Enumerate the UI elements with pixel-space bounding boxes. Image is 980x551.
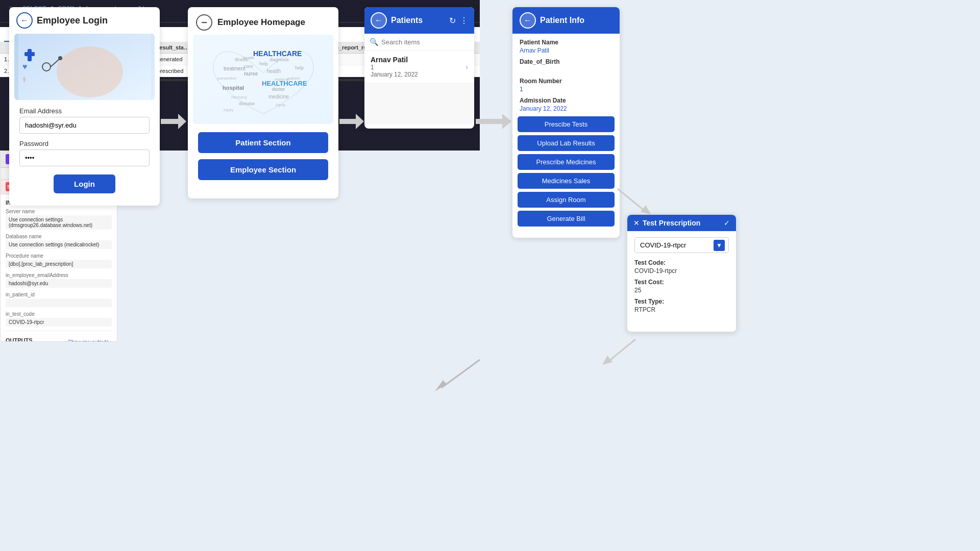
arrow-3 — [475, 111, 513, 132]
menu-dots-icon[interactable]: ⋮ — [460, 16, 468, 26]
patient-date: January 12, 2022 — [371, 71, 418, 78]
patient-list-item[interactable]: Arnav Patil 1 January 12, 2022 › — [364, 51, 474, 84]
server-label: Server name — [6, 209, 112, 214]
svg-marker-39 — [602, 356, 612, 365]
admission-value: January 12, 2022 — [520, 105, 612, 112]
patients-header: ← Patients ↻ ⋮ — [364, 7, 474, 34]
procedure-value: [dbo].[proc_lab_prescription] — [6, 260, 112, 268]
arrow-diagonal-2 — [600, 334, 641, 370]
room-label: Room Number — [520, 78, 612, 85]
prescribe-medicines-button[interactable]: Prescribe Medicines — [518, 154, 615, 170]
show-results-link[interactable]: Show raw outputs › — [68, 339, 112, 342]
svg-marker-41 — [435, 380, 447, 391]
svg-text:doctor: doctor — [272, 87, 285, 92]
search-icon: 🔍 — [370, 38, 378, 46]
database-label: Database name — [6, 234, 112, 239]
back-button[interactable]: ← — [16, 12, 33, 29]
test-type-value: RTPCR — [634, 306, 729, 313]
server-value: Use connection settings (dmsgroup26.data… — [6, 215, 112, 230]
svg-line-40 — [442, 360, 480, 388]
svg-text:diagnosis: diagnosis — [270, 57, 289, 62]
dob-label: Date_of_Birth — [520, 58, 612, 65]
svg-text:medical: medical — [275, 77, 289, 82]
room-value: 1 — [520, 86, 612, 93]
svg-line-38 — [607, 339, 635, 362]
search-bar: 🔍 — [364, 34, 474, 51]
homepage-title: Employee Homepage — [217, 17, 305, 28]
svg-marker-35 — [502, 114, 511, 129]
svg-text:treatment: treatment — [224, 66, 245, 71]
word-cloud-image: illness treatment prevention health hosp… — [193, 35, 333, 124]
svg-rect-34 — [476, 119, 503, 124]
close-icon[interactable]: ✕ — [633, 219, 640, 227]
menu-icon[interactable]: − — [196, 14, 212, 31]
test-select[interactable]: COVID-19-rtpcr — [634, 237, 729, 253]
svg-text:care: care — [244, 64, 253, 69]
login-hero-image: ♥ ⚕ — [14, 34, 155, 100]
arrow-diagonal-3 — [429, 349, 485, 395]
login-title: Employee Login — [37, 15, 108, 26]
patient-name: Arnav Patil — [371, 56, 418, 64]
name-value: Arnav Patil — [520, 47, 612, 54]
generate-bill-button[interactable]: Generate Bill — [518, 211, 615, 227]
svg-rect-3 — [24, 52, 35, 56]
svg-text:patient: patient — [287, 76, 300, 81]
test-cost-value: 25 — [634, 287, 729, 294]
svg-text:recovery: recovery — [231, 95, 247, 99]
test-code-value: COVID-19-rtpcr — [634, 267, 729, 274]
svg-text:nurse: nurse — [244, 71, 258, 77]
patient-value — [6, 298, 112, 307]
email-label: Email Address — [19, 107, 150, 115]
svg-text:prevention: prevention — [217, 76, 236, 81]
password-input[interactable] — [19, 149, 150, 166]
patientinfo-back-button[interactable]: ← — [520, 12, 536, 29]
testcode-label: in_test_code — [6, 311, 112, 317]
svg-text:injury: injury — [276, 103, 285, 107]
patient-label: in_patient_id — [6, 292, 112, 297]
medicines-sales-button[interactable]: Medicines Sales — [518, 173, 615, 189]
refresh-icon[interactable]: ↻ — [449, 16, 456, 26]
testprescription-title: Test Prescription — [643, 219, 700, 227]
svg-text:hospital: hospital — [223, 85, 244, 91]
checkmark-icon[interactable]: ✓ — [724, 219, 730, 227]
svg-text:HEALTHCARE: HEALTHCARE — [253, 49, 302, 58]
password-label: Password — [19, 140, 150, 147]
patients-title: Patients — [391, 16, 423, 25]
outputs-label: OUTPUTS — [6, 337, 33, 342]
svg-line-36 — [618, 189, 646, 212]
svg-text:medicine: medicine — [268, 94, 289, 99]
email-input[interactable] — [19, 117, 150, 134]
upload-lab-button[interactable]: Upload Lab Results — [518, 135, 615, 151]
patient-section-button[interactable]: Patient Section — [198, 132, 328, 153]
employee-section-button[interactable]: Employee Section — [198, 159, 328, 180]
testprescription-panel: ✕ Test Prescription ✓ COVID-19-rtpcr ▼ T… — [627, 214, 737, 332]
search-input[interactable] — [381, 38, 469, 46]
svg-text:disease: disease — [239, 101, 255, 106]
homepage-panel: − Employee Homepage illness treatment pr… — [188, 7, 338, 198]
svg-text:injury: injury — [224, 108, 233, 112]
patients-back-button[interactable]: ← — [371, 12, 387, 29]
patient-id: 1 — [371, 64, 418, 71]
svg-text:health: health — [267, 68, 281, 74]
testcode-value: COVID-19-rtpcr — [6, 318, 112, 327]
svg-text:⚕: ⚕ — [22, 76, 27, 84]
admission-label: Admission Date — [520, 97, 612, 104]
svg-text:help: help — [259, 61, 268, 66]
assign-room-button[interactable]: Assign Room — [518, 192, 615, 208]
patientinfo-panel: ← Patient Info Patient Name Arnav Patil … — [512, 7, 620, 238]
svg-marker-37 — [641, 205, 651, 214]
test-cost-label: Test Cost: — [634, 279, 729, 286]
patientinfo-title: Patient Info — [540, 16, 584, 25]
dob-value — [520, 66, 612, 73]
prescribe-tests-button[interactable]: Prescibe Tests — [518, 116, 615, 132]
patients-panel: ← Patients ↻ ⋮ 🔍 Arnav Patil 1 January 1… — [364, 7, 474, 129]
procedure-label: Procedure name — [6, 253, 112, 259]
database-value: Use connection settings (medicalrocket) — [6, 240, 112, 249]
employee-label: in_employee_emailAddress — [6, 272, 112, 278]
login-button[interactable]: Login — [54, 174, 115, 193]
svg-text:health: health — [243, 56, 254, 60]
powerapps-body: INPUTS Server name Use connection settin… — [1, 194, 117, 342]
svg-point-1 — [57, 46, 123, 97]
svg-text:♥: ♥ — [22, 62, 28, 71]
patientinfo-header: ← Patient Info — [512, 7, 620, 34]
